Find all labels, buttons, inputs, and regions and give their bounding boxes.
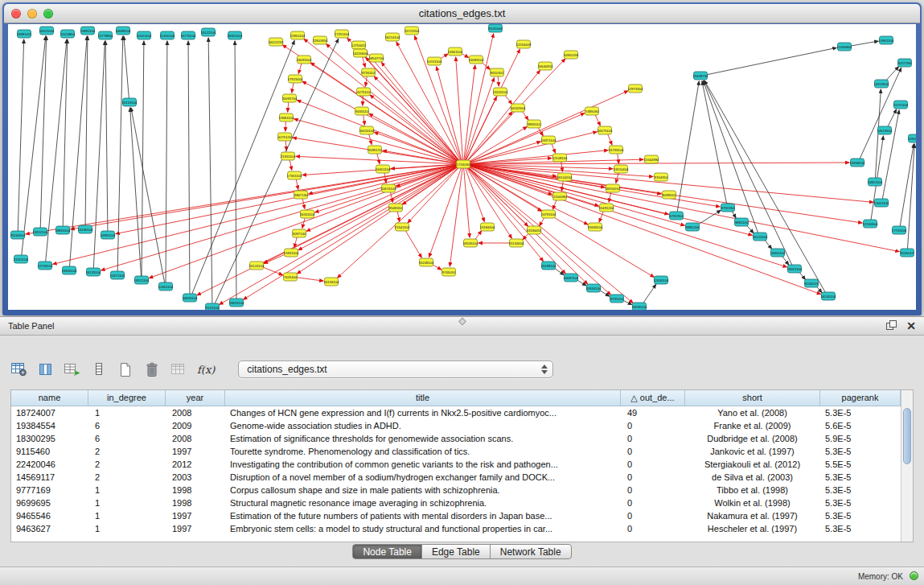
graph-node[interactable]: 15912104	[33, 228, 48, 236]
graph-node[interactable]: 15124104	[249, 262, 265, 270]
vertical-scrollbar[interactable]	[901, 390, 913, 542]
graph-node[interactable]: 15949104	[588, 223, 603, 231]
graph-node[interactable]: 15721104	[893, 101, 909, 109]
graph-node[interactable]: 17731104	[892, 226, 907, 234]
graph-node[interactable]: 12254409	[516, 40, 532, 48]
graph-node[interactable]: 9154910	[655, 173, 668, 181]
graph-node[interactable]: 16122104	[201, 28, 216, 36]
table-row[interactable]: 946554611997Estimation of the future num…	[11, 509, 901, 522]
graph-node[interactable]: 16971104	[541, 136, 556, 144]
graph-node[interactable]: 20091704	[282, 94, 298, 102]
graph-node[interactable]: 15823104	[229, 299, 244, 307]
graph-node[interactable]: 16916247	[606, 184, 621, 192]
graph-node[interactable]: 8755110	[362, 68, 376, 76]
graph-node[interactable]: 16791104	[541, 210, 556, 218]
graph-node[interactable]: 18311104	[228, 31, 243, 39]
graph-node[interactable]: 7485030	[585, 107, 599, 115]
graph-node[interactable]: 8131004	[489, 24, 503, 32]
graph-node[interactable]: 6791910	[670, 212, 684, 220]
network-canvas[interactable]: 1658101110521004111248041589110412778804…	[8, 24, 916, 310]
graph-node[interactable]: 4275120	[278, 133, 292, 141]
graph-node[interactable]: 18021104	[787, 265, 803, 273]
graph-node[interactable]: 18547704	[369, 54, 384, 62]
graph-node[interactable]: 18853104	[55, 226, 71, 234]
graph-node[interactable]: 11420104	[160, 31, 175, 39]
graph-node[interactable]: 16991104	[101, 231, 116, 239]
table-row[interactable]: 946362711997Embryonic stem cells: a mode…	[11, 522, 901, 535]
graph-node[interactable]: 3867130	[294, 191, 308, 199]
graph-node[interactable]: 2204090	[553, 192, 567, 200]
graph-node[interactable]: 11901104	[908, 134, 916, 142]
graph-node[interactable]: 16826104	[183, 294, 198, 302]
graph-node[interactable]: 11544990	[644, 155, 659, 163]
graph-node[interactable]: 9881104	[735, 218, 749, 226]
graph-node[interactable]: 12450104	[654, 276, 669, 284]
graph-node[interactable]: 9791104	[610, 295, 624, 303]
table-row[interactable]: 911546021997Tourette syndrome. Phenomeno…	[11, 445, 901, 458]
minimize-button[interactable]	[27, 9, 37, 19]
graph-node[interactable]: 16640910	[538, 62, 553, 70]
graph-node[interactable]: 14190104	[78, 225, 93, 233]
graph-node[interactable]: 21541104	[395, 223, 410, 231]
graph-node[interactable]: 21911104	[281, 152, 296, 160]
graph-node[interactable]: 9745010	[442, 268, 456, 276]
graph-node[interactable]: 15901104	[879, 36, 894, 44]
graph-node[interactable]: 1724034	[457, 160, 470, 168]
graph-node[interactable]: 9245013	[805, 279, 819, 287]
graph-node[interactable]: 12108104	[552, 154, 568, 162]
graph-node[interactable]: 15793104	[609, 146, 624, 154]
graph-node[interactable]: 9610301	[491, 68, 504, 76]
graph-node[interactable]: 22601854	[313, 36, 328, 44]
graph-node[interactable]: 11054804	[837, 43, 852, 51]
tab-node-table[interactable]: Node Table	[352, 544, 422, 559]
graph-node[interactable]: 24091504	[297, 56, 312, 64]
import-table-button[interactable]	[64, 360, 80, 378]
graph-node[interactable]: 16104204	[557, 173, 573, 181]
graph-node[interactable]: 25260504	[10, 231, 26, 239]
graph-node[interactable]: 16020104	[359, 126, 375, 134]
graph-node[interactable]: 16689104	[116, 27, 131, 35]
graph-node[interactable]: 20554104	[586, 284, 602, 292]
graph-node[interactable]: 16821104	[868, 178, 883, 186]
graph-node[interactable]: 14220604	[353, 49, 368, 57]
table-select-dropdown[interactable]: citations_edges.txt	[238, 360, 553, 378]
graph-node[interactable]: 16194104	[324, 278, 339, 286]
graph-node[interactable]: 9245012	[901, 249, 914, 257]
graph-node[interactable]: 11124804	[60, 30, 76, 38]
graph-node[interactable]: 9881204	[686, 223, 700, 231]
graph-node[interactable]: 16687104	[564, 274, 579, 282]
graph-node[interactable]: 13184404	[480, 223, 495, 231]
graph-node[interactable]: 10741104	[427, 57, 442, 65]
graph-node[interactable]: 16561104	[448, 47, 463, 56]
show-columns-button[interactable]	[38, 360, 54, 378]
zoom-button[interactable]	[43, 9, 53, 19]
graph-node[interactable]: 10961455	[564, 51, 579, 59]
graph-node[interactable]: 17923404	[288, 75, 303, 83]
graph-node[interactable]: 15931104	[284, 249, 299, 257]
graph-node[interactable]: 13220104	[493, 88, 508, 96]
graph-node[interactable]: 7625404	[284, 273, 298, 281]
graph-node[interactable]: 13001104	[874, 199, 889, 207]
graph-node[interactable]: 15248104	[419, 258, 434, 266]
tab-edge-table[interactable]: Edge Table	[421, 544, 491, 559]
graph-node[interactable]: 14513504	[877, 126, 893, 134]
table-options-button[interactable]	[11, 360, 27, 378]
table-row[interactable]: 1938455462009Genome-wide association stu…	[11, 419, 901, 432]
panel-resize-grip[interactable]	[458, 318, 466, 326]
graph-node[interactable]: 15188104	[541, 262, 556, 270]
column-header-out_degree[interactable]: △ out_de...	[621, 390, 685, 406]
column-header-title[interactable]: title	[225, 390, 621, 406]
graph-node[interactable]: 16162504	[511, 104, 526, 112]
column-header-short[interactable]: short	[685, 390, 820, 406]
table-row[interactable]: 1456911722003Disruption of a novel membe…	[11, 471, 901, 484]
window-titlebar[interactable]: citations_edges.txt	[4, 4, 920, 23]
graph-node[interactable]: 3097140	[293, 229, 306, 237]
table-row[interactable]: 2242004622012Investigating the contribut…	[11, 458, 901, 471]
graph-node[interactable]: 9099170	[368, 146, 382, 154]
column-header-year[interactable]: year	[166, 390, 225, 406]
float-panel-icon[interactable]	[886, 319, 897, 333]
graph-node[interactable]: 12461104	[158, 282, 174, 290]
graph-node[interactable]: 12753411	[351, 41, 367, 49]
graph-node[interactable]: 10521004	[39, 27, 55, 35]
graph-node[interactable]: 4275110	[357, 88, 371, 96]
